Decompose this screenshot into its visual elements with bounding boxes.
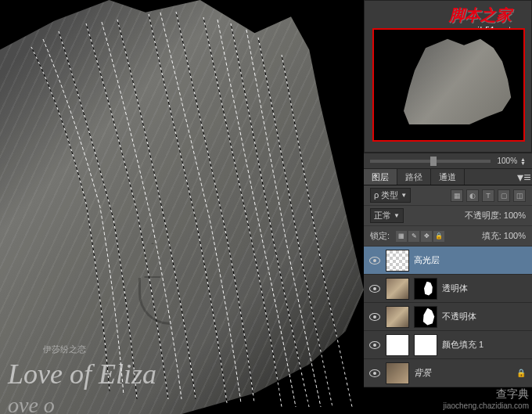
- zoom-slider[interactable]: [370, 160, 491, 163]
- layer-name[interactable]: 背景: [414, 367, 431, 379]
- filter-pixel-icon[interactable]: ▦: [451, 189, 463, 202]
- layer-options: ρ 类型▼ ▦ ◐ T ▢ ◫ 正常▼ 不透明度: 100% 锁定: ▦ ✎ ✥…: [364, 185, 532, 247]
- panel-tabs: 图层 路径 通道 ▾≡: [364, 168, 532, 185]
- panel-menu-icon[interactable]: ▾≡: [516, 169, 532, 185]
- overlay-love-text: Love of Eliza: [8, 358, 156, 391]
- eye-icon: [369, 369, 380, 377]
- lock-position-icon[interactable]: ✥: [421, 231, 432, 242]
- overlay-love-text-shadow: ove o: [8, 393, 55, 414]
- tab-channels[interactable]: 通道: [431, 169, 465, 185]
- layer-row-transparent[interactable]: 透明体: [364, 275, 532, 303]
- visibility-toggle[interactable]: [367, 253, 383, 268]
- overlay-subtext: 伊莎纷之恋: [43, 344, 86, 355]
- navigator-panel: 脚本之家 www.jb51.net: [364, 0, 532, 153]
- layer-thumbnail[interactable]: [386, 278, 409, 300]
- eye-icon: [369, 285, 380, 293]
- filter-adjustment-icon[interactable]: ◐: [466, 189, 479, 202]
- zoom-slider-handle[interactable]: [430, 157, 437, 166]
- layer-row-opaque[interactable]: 不透明体: [364, 303, 532, 331]
- filter-shape-icon[interactable]: ▢: [498, 189, 510, 202]
- layer-thumbnail[interactable]: [386, 362, 409, 384]
- fill-value[interactable]: 100%: [504, 231, 526, 240]
- layer-mask-thumbnail[interactable]: [414, 334, 437, 356]
- blend-mode-select[interactable]: 正常▼: [370, 208, 404, 223]
- blend-mode-value: 正常: [374, 210, 391, 221]
- canvas-area[interactable]: 伊莎纷之恋 Love of Eliza ove o: [0, 0, 364, 414]
- chevron-down-icon: ▼: [394, 212, 400, 219]
- visibility-toggle[interactable]: [367, 281, 383, 297]
- visibility-toggle[interactable]: [367, 309, 383, 325]
- opacity-value[interactable]: 100%: [504, 211, 526, 220]
- layer-row-background[interactable]: 背景 🔒: [364, 359, 532, 387]
- layer-thumbnail[interactable]: [386, 250, 409, 272]
- eye-icon: [369, 313, 380, 321]
- lock-pixels-icon[interactable]: ✎: [408, 231, 419, 242]
- tab-paths[interactable]: 路径: [397, 169, 431, 185]
- layer-name[interactable]: 不透明体: [442, 311, 476, 322]
- lock-all-icon[interactable]: 🔒: [433, 231, 444, 242]
- eye-icon: [369, 257, 380, 265]
- layer-name[interactable]: 高光层: [414, 254, 440, 266]
- watermark-bottom-url: jiaocheng.chazidian.com: [443, 401, 529, 411]
- layer-row-colorfill[interactable]: 颜色填充 1: [364, 331, 532, 359]
- lock-icon: 🔒: [516, 369, 526, 377]
- lock-label: 锁定:: [370, 230, 390, 242]
- chevron-down-icon: ▼: [401, 192, 407, 199]
- layer-thumbnail[interactable]: [386, 334, 409, 356]
- watermark-top-cn: 脚本之家: [449, 5, 512, 26]
- layer-thumbnail[interactable]: [386, 306, 409, 328]
- fill-label: 填充:: [482, 231, 501, 240]
- zoom-value: 100%: [497, 157, 517, 165]
- visibility-toggle[interactable]: [367, 337, 383, 353]
- layer-mask-thumbnail[interactable]: [414, 278, 437, 300]
- layer-filter-kind[interactable]: ρ 类型▼: [370, 188, 411, 203]
- navigator-zoom-bar: 100% ▲▼: [364, 153, 532, 168]
- eye-icon: [369, 341, 380, 349]
- layer-mask-thumbnail[interactable]: [414, 306, 437, 328]
- layers-list: 高光层 透明体 不透明体 颜色填充 1 背景 🔒: [364, 247, 532, 387]
- navigator-viewport-frame[interactable]: [372, 28, 525, 142]
- watermark-bottom-cn: 查字典: [443, 387, 529, 401]
- tab-layers[interactable]: 图层: [364, 169, 397, 185]
- zoom-stepper[interactable]: ▲▼: [520, 157, 526, 165]
- watermark-bottom: 查字典 jiaocheng.chazidian.com: [443, 387, 529, 411]
- lock-transparent-icon[interactable]: ▦: [396, 231, 407, 242]
- opacity-label: 不透明度:: [465, 211, 501, 220]
- layer-name[interactable]: 颜色填充 1: [442, 339, 483, 351]
- layer-name[interactable]: 透明体: [442, 283, 468, 294]
- street-lamp-silhouette: [129, 243, 176, 344]
- filter-kind-label: ρ 类型: [374, 189, 398, 201]
- layer-row-highlight[interactable]: 高光层: [364, 247, 532, 275]
- filter-type-icon[interactable]: T: [482, 189, 494, 202]
- visibility-toggle[interactable]: [367, 365, 383, 381]
- filter-smart-icon[interactable]: ◫: [513, 189, 526, 202]
